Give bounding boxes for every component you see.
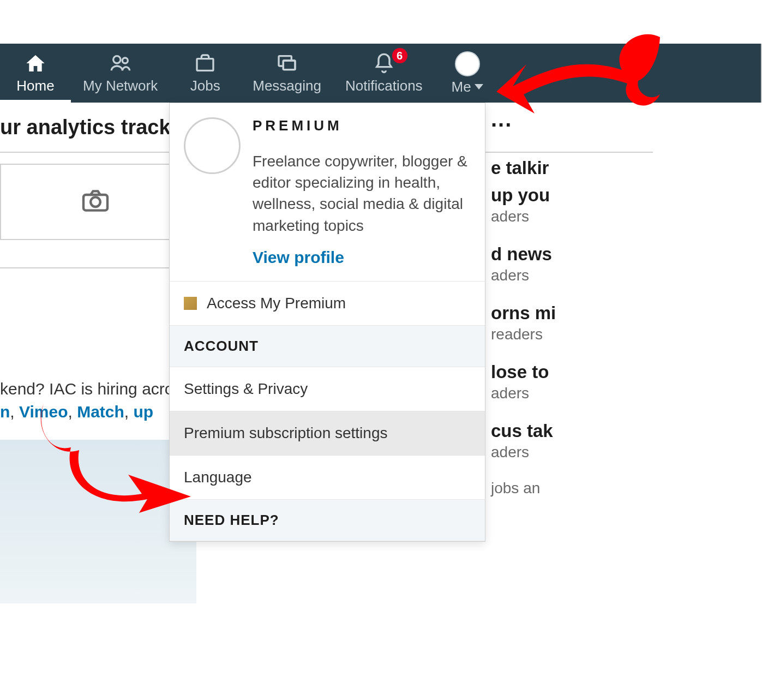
premium-subscription-label: Premium subscription settings xyxy=(184,424,387,442)
feed-link-n[interactable]: n xyxy=(0,403,10,421)
chevron-down-icon xyxy=(475,84,483,89)
right-footer-text: jobs an xyxy=(491,480,762,497)
share-photo-box[interactable] xyxy=(0,164,191,240)
access-premium-link[interactable]: Access My Premium xyxy=(170,282,485,326)
premium-badge-icon xyxy=(184,297,197,310)
avatar-icon xyxy=(455,51,480,76)
nav-jobs-label: Jobs xyxy=(190,77,220,94)
view-profile-link[interactable]: View profile xyxy=(253,248,471,267)
profile-headline: Freelance copywriter, blogger & editor s… xyxy=(253,151,471,236)
svg-rect-2 xyxy=(197,58,213,70)
news-item[interactable]: e talkir xyxy=(491,158,762,178)
messaging-icon xyxy=(276,52,298,74)
news-item[interactable]: up you aders xyxy=(491,185,762,225)
news-item[interactable]: cus tak aders xyxy=(491,421,762,461)
svg-rect-4 xyxy=(283,61,295,70)
bell-icon xyxy=(373,52,395,74)
nav-me[interactable]: Me xyxy=(435,44,500,103)
premium-subscription-settings-link[interactable]: Premium subscription settings xyxy=(170,411,485,456)
briefcase-icon xyxy=(194,52,216,74)
dropdown-section-account: ACCOUNT xyxy=(170,326,485,367)
settings-privacy-label: Settings & Privacy xyxy=(184,380,308,398)
callout-arrow-me xyxy=(496,32,660,124)
svg-point-7 xyxy=(91,197,100,207)
nav-notifications[interactable]: 6 Notifications xyxy=(333,44,435,103)
language-link[interactable]: Language xyxy=(170,456,485,500)
nav-messaging-label: Messaging xyxy=(253,77,321,94)
svg-point-1 xyxy=(122,58,128,63)
news-item[interactable]: orns mi readers xyxy=(491,303,762,343)
nav-network-label: My Network xyxy=(83,77,158,94)
feed-divider xyxy=(0,267,196,268)
me-dropdown: PREMIUM Freelance copywriter, blogger & … xyxy=(169,103,485,542)
callout-arrow-premium-settings xyxy=(38,398,191,513)
settings-privacy-link[interactable]: Settings & Privacy xyxy=(170,367,485,411)
profile-avatar xyxy=(184,117,241,174)
right-column: ... e talkir up you aders d news aders o… xyxy=(491,107,762,497)
feed-column: kend? IAC is hiring acros n, Vimeo, Matc… xyxy=(0,164,196,603)
nav-home-label: Home xyxy=(16,77,54,94)
premium-label: PREMIUM xyxy=(253,117,471,134)
news-item[interactable]: d news aders xyxy=(491,244,762,284)
notification-badge: 6 xyxy=(392,48,407,63)
home-icon xyxy=(25,52,46,74)
dropdown-profile-section: PREMIUM Freelance copywriter, blogger & … xyxy=(170,103,485,282)
access-premium-label: Access My Premium xyxy=(207,295,346,312)
news-item[interactable]: lose to aders xyxy=(491,362,762,402)
people-icon xyxy=(110,52,131,74)
svg-point-0 xyxy=(113,56,120,63)
language-label: Language xyxy=(184,469,252,486)
dropdown-section-help: NEED HELP? xyxy=(170,500,485,541)
nav-me-label: Me xyxy=(452,79,471,95)
camera-icon xyxy=(81,189,110,215)
nav-home[interactable]: Home xyxy=(0,44,71,103)
nav-messaging[interactable]: Messaging xyxy=(241,44,333,103)
nav-network[interactable]: My Network xyxy=(71,44,170,103)
nav-notifications-label: Notifications xyxy=(345,77,423,94)
nav-jobs[interactable]: Jobs xyxy=(170,44,241,103)
